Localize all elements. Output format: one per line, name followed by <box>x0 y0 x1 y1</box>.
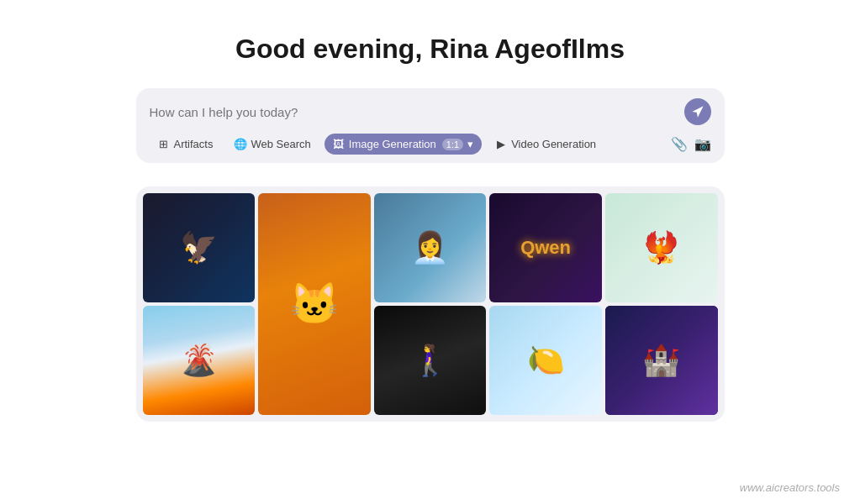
gallery-image-lemon[interactable]: 🍋 <box>489 306 602 415</box>
gallery-image-qwen[interactable]: Qwen <box>489 193 602 302</box>
web-search-button[interactable]: 🌐 Web Search <box>226 134 319 155</box>
video-generation-label: Video Generation <box>511 138 596 150</box>
gallery-image-volcano[interactable]: 🌋 <box>143 306 256 415</box>
lemon-emoji: 🍋 <box>489 306 602 415</box>
ratio-chevron-icon[interactable]: ▾ <box>467 138 473 150</box>
web-search-label: Web Search <box>251 138 310 150</box>
bird-emoji: 🐦‍🔥 <box>605 193 718 302</box>
gallery-image-eagle[interactable]: 🦅 <box>143 193 256 302</box>
attach-icon: 📎 <box>671 136 688 152</box>
camera-icon: 📷 <box>694 136 711 152</box>
ratio-badge: 1:1 <box>442 139 463 150</box>
artifacts-label: Artifacts <box>174 138 214 150</box>
eagle-emoji: 🦅 <box>143 193 256 302</box>
web-search-icon: 🌐 <box>235 139 246 150</box>
qwen-text: Qwen <box>489 193 602 302</box>
image-grid: 🦅 🐱 👩‍💼 Qwen 🐦‍🔥 🌋 🚶‍♀️ 🍋 🐺 🏰 <box>143 193 718 415</box>
volcano-emoji: 🌋 <box>143 306 256 415</box>
video-generation-icon: ▶ <box>495 139 507 150</box>
search-input[interactable] <box>150 103 684 121</box>
search-container: ⊞ Artifacts 🌐 Web Search 🖼 Image Generat… <box>136 88 725 163</box>
image-generation-label: Image Generation <box>349 138 436 150</box>
toolbar-right: 📎 📷 <box>671 136 711 152</box>
send-icon <box>691 105 704 118</box>
gallery-image-silhouette[interactable]: 🚶‍♀️ <box>374 306 487 415</box>
toolbar: ⊞ Artifacts 🌐 Web Search 🖼 Image Generat… <box>150 134 711 155</box>
cat-emoji: 🐱 <box>258 193 371 415</box>
video-generation-button[interactable]: ▶ Video Generation <box>487 134 604 155</box>
search-row <box>150 98 711 125</box>
attach-button[interactable]: 📎 <box>671 136 688 152</box>
woman-emoji: 👩‍💼 <box>374 193 487 302</box>
gallery-image-cat[interactable]: 🐱 <box>258 193 371 415</box>
artifacts-button[interactable]: ⊞ Artifacts <box>150 134 222 155</box>
send-button[interactable] <box>684 98 711 125</box>
watermark: www.aicreators.tools <box>740 481 840 494</box>
gallery-image-castle[interactable]: 🏰 <box>605 306 718 415</box>
silhouette-emoji: 🚶‍♀️ <box>374 306 487 415</box>
greeting-text: Good evening, Rina AgeofIlms <box>235 34 625 65</box>
image-gallery: 🦅 🐱 👩‍💼 Qwen 🐦‍🔥 🌋 🚶‍♀️ 🍋 🐺 🏰 <box>136 186 725 422</box>
image-generation-icon: 🖼 <box>333 139 345 150</box>
castle-emoji: 🏰 <box>605 306 718 415</box>
image-generation-button[interactable]: 🖼 Image Generation 1:1 ▾ <box>324 134 482 155</box>
gallery-image-bird[interactable]: 🐦‍🔥 <box>605 193 718 302</box>
camera-button[interactable]: 📷 <box>694 136 711 152</box>
artifacts-icon: ⊞ <box>158 139 170 150</box>
gallery-image-woman[interactable]: 👩‍💼 <box>374 193 487 302</box>
